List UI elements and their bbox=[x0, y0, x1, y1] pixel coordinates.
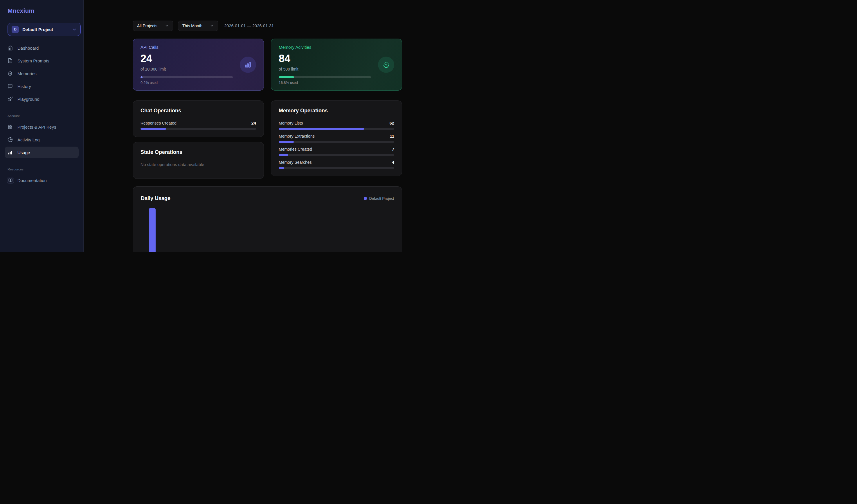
memory-activities-card-body: Memory Acivities 84 of 500 limit 16.8% u… bbox=[279, 45, 371, 85]
stat-progress-fill bbox=[279, 141, 294, 143]
stat-row: Memory Lists 62 bbox=[279, 121, 394, 130]
memory-operations-card: Memory Operations Memory Lists 62 Memory… bbox=[271, 100, 402, 176]
main-area: All Projects This Month 2026-01-01 — 202… bbox=[84, 0, 428, 252]
daily-usage-card: Daily Usage Default Project bbox=[133, 186, 402, 252]
stat-row: Memory Searches 4 bbox=[279, 160, 394, 169]
chart-legend: Default Project bbox=[364, 196, 394, 201]
chevron-down-icon bbox=[210, 24, 214, 28]
daily-usage-bar bbox=[149, 208, 156, 252]
memory-activities-card: Memory Acivities 84 of 500 limit 16.8% u… bbox=[271, 39, 402, 90]
stat-label: Memory Extractions bbox=[279, 134, 315, 138]
legend-label: Default Project bbox=[369, 196, 394, 201]
stat-progress-fill bbox=[140, 128, 166, 130]
stat-progress-track bbox=[279, 167, 394, 169]
state-operations-card: State Operations No state operations dat… bbox=[133, 142, 264, 179]
daily-usage-title: Daily Usage bbox=[141, 196, 170, 201]
period-filter-dropdown[interactable]: This Month bbox=[178, 21, 218, 31]
usage-page: All Projects This Month 2026-01-01 — 202… bbox=[133, 21, 402, 252]
sidebar-item-usage[interactable]: Usage bbox=[5, 147, 79, 158]
stat-label: Memory Lists bbox=[279, 121, 303, 125]
api-calls-title: API Calls bbox=[140, 45, 233, 50]
sidebar-item-label: History bbox=[17, 84, 31, 89]
sidebar-item-memories[interactable]: Memories bbox=[5, 68, 79, 79]
state-operations-title: State Operations bbox=[140, 149, 256, 155]
bar-chart-icon bbox=[7, 150, 13, 155]
sidebar-section-resources: Resources bbox=[7, 168, 79, 171]
home-icon bbox=[7, 45, 13, 51]
sidebar-item-documentation[interactable]: Documentation bbox=[5, 174, 79, 186]
pie-chart-icon bbox=[7, 137, 13, 142]
stat-row: Memory Extractions 11 bbox=[279, 134, 394, 143]
brain-icon bbox=[378, 56, 394, 73]
memory-activities-limit: of 500 limit bbox=[279, 67, 371, 71]
memory-activities-value: 84 bbox=[279, 53, 371, 64]
sidebar-item-label: Usage bbox=[17, 150, 30, 155]
sidebar-item-label: Documentation bbox=[17, 178, 47, 183]
operations-section: Chat Operations Responses Created 24 bbox=[133, 100, 402, 179]
memory-operations-title: Memory Operations bbox=[279, 108, 394, 114]
sidebar-nav: Dashboard System Prompts Memories Histor… bbox=[5, 42, 79, 186]
book-open-icon bbox=[7, 177, 14, 184]
sidebar-item-system-prompts[interactable]: System Prompts bbox=[5, 55, 79, 66]
stat-progress-fill bbox=[279, 167, 284, 169]
sidebar-item-label: System Prompts bbox=[17, 58, 49, 63]
layout-grid-icon bbox=[7, 124, 13, 130]
sidebar-item-label: Dashboard bbox=[17, 46, 39, 51]
sidebar-item-label: Activity Log bbox=[17, 137, 40, 142]
file-text-icon bbox=[7, 58, 13, 63]
stat-value: 11 bbox=[390, 134, 394, 138]
sidebar-section-account: Account bbox=[7, 114, 79, 118]
sidebar-item-projects-api-keys[interactable]: Projects & API Keys bbox=[5, 121, 79, 133]
stat-progress-track bbox=[279, 154, 394, 156]
chevron-down-icon bbox=[72, 27, 77, 32]
operations-left-column: Chat Operations Responses Created 24 bbox=[133, 100, 264, 179]
api-calls-value: 24 bbox=[140, 53, 233, 64]
stat-row: Memories Created 7 bbox=[279, 147, 394, 156]
daily-usage-chart bbox=[141, 208, 394, 252]
app-logo: Mnexium bbox=[7, 7, 79, 14]
brain-icon bbox=[7, 71, 13, 76]
rocket-icon bbox=[7, 96, 13, 102]
bar-chart-outline-icon bbox=[240, 56, 256, 73]
stat-value: 4 bbox=[392, 160, 394, 165]
sidebar-item-label: Projects & API Keys bbox=[17, 124, 56, 130]
chevron-down-icon bbox=[165, 24, 169, 28]
memory-activities-progress-track bbox=[279, 77, 371, 78]
api-calls-card-body: API Calls 24 of 10,000 limit 0.2% used bbox=[140, 45, 233, 85]
chat-operations-title: Chat Operations bbox=[140, 108, 256, 114]
sidebar-item-label: Memories bbox=[17, 71, 37, 76]
stat-value: 24 bbox=[251, 121, 256, 125]
date-range-label: 2026-01-01 — 2026-01-31 bbox=[224, 23, 274, 28]
message-square-icon bbox=[7, 84, 13, 89]
memory-activities-progress-fill bbox=[279, 77, 294, 78]
stat-progress-fill bbox=[279, 128, 364, 130]
summary-cards: API Calls 24 of 10,000 limit 0.2% used bbox=[133, 39, 402, 90]
project-filter-dropdown[interactable]: All Projects bbox=[133, 21, 173, 31]
stat-row: Responses Created 24 bbox=[140, 121, 256, 130]
stat-progress-track bbox=[279, 141, 394, 143]
api-calls-progress-fill bbox=[140, 77, 142, 78]
project-selector[interactable]: D Default Project bbox=[7, 23, 81, 36]
legend-dot-icon bbox=[364, 197, 367, 200]
stat-label: Memories Created bbox=[279, 147, 312, 152]
project-selector-label: Default Project bbox=[22, 27, 72, 32]
sidebar-item-dashboard[interactable]: Dashboard bbox=[5, 42, 79, 54]
stat-value: 62 bbox=[390, 121, 394, 125]
memory-activities-percent-label: 16.8% used bbox=[279, 81, 371, 85]
project-filter-value: All Projects bbox=[137, 23, 157, 28]
stat-value: 7 bbox=[392, 147, 394, 152]
app-window: Mnexium D Default Project Dashboard Syst… bbox=[0, 0, 428, 252]
memory-activities-title: Memory Acivities bbox=[279, 45, 371, 50]
sidebar-item-history[interactable]: History bbox=[5, 80, 79, 92]
filter-bar: All Projects This Month 2026-01-01 — 202… bbox=[133, 21, 402, 31]
stat-label: Responses Created bbox=[140, 121, 177, 125]
api-calls-progress-track bbox=[140, 77, 233, 78]
sidebar-item-playground[interactable]: Playground bbox=[5, 93, 79, 105]
stat-progress-fill bbox=[279, 154, 288, 156]
stat-progress-track bbox=[140, 128, 256, 130]
state-operations-empty-message: No state operations data available bbox=[140, 162, 256, 167]
sidebar: Mnexium D Default Project Dashboard Syst… bbox=[0, 0, 84, 252]
api-calls-card: API Calls 24 of 10,000 limit 0.2% used bbox=[133, 39, 264, 90]
period-filter-value: This Month bbox=[182, 23, 202, 28]
sidebar-item-activity-log[interactable]: Activity Log bbox=[5, 134, 79, 146]
